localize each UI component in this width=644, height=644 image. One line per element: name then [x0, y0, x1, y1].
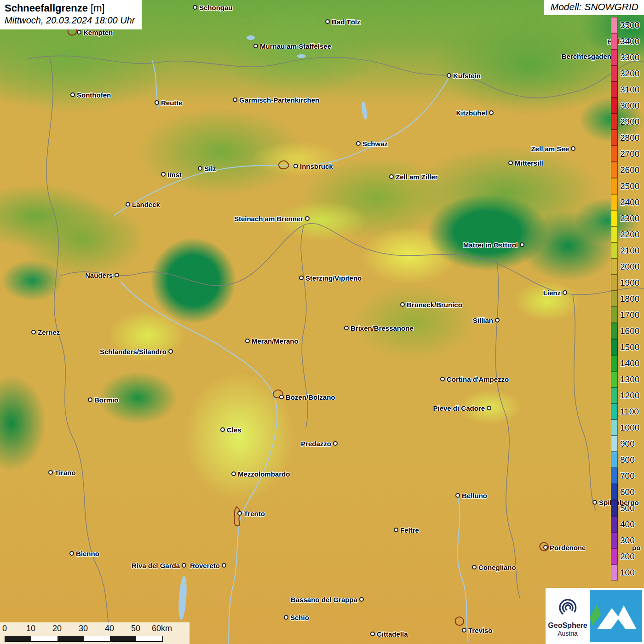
- colorbar-step: 1600: [611, 323, 639, 339]
- geosphere-logo-name: GeoSphere: [546, 621, 590, 630]
- colorbar: 3500340033003200310030002900280027002600…: [611, 17, 639, 581]
- colorbar-swatch: [611, 307, 618, 323]
- city-label: Bad Tölz: [332, 18, 361, 26]
- colorbar-step: 2500: [611, 178, 639, 194]
- colorbar-step: 1500: [611, 339, 639, 355]
- colorbar-step: 1900: [611, 275, 639, 291]
- city-dot: [370, 632, 375, 636]
- colorbar-tick-label: 2100: [620, 246, 639, 256]
- city-dot: [198, 166, 202, 171]
- city-dot: [222, 563, 226, 568]
- colorbar-tick-label: 1500: [620, 342, 639, 352]
- city-dot: [299, 276, 304, 280]
- city-label: Predazzo: [301, 440, 331, 448]
- snowline-map: SchongauBad TölzKemptenMurnau am Staffel…: [0, 0, 644, 644]
- city-label: Bassano del Grappa: [291, 596, 357, 604]
- city-dot: [77, 30, 81, 34]
- scale-bar-segment: [58, 636, 84, 641]
- colorbar-swatch: [611, 210, 618, 226]
- city-label: Bruneck/Brunico: [407, 301, 462, 309]
- map-datetime: Mittwoch, 20.03.2024 18:00 Uhr: [5, 15, 135, 26]
- colorbar-swatch: [611, 98, 618, 114]
- colorbar-tick-label: 2000: [620, 262, 639, 272]
- colorbar-swatch: [611, 178, 618, 194]
- scale-tick-label: 0: [2, 624, 7, 633]
- colorbar-step: 600: [611, 484, 639, 500]
- city-label: Sonthofen: [77, 91, 111, 99]
- city-dot: [245, 339, 250, 343]
- city-dot: [305, 216, 310, 221]
- city-dot: [592, 500, 597, 505]
- colorbar-tick-label: 1900: [620, 278, 639, 288]
- colorbar-step: 500: [611, 500, 639, 516]
- city-label: Feltre: [400, 526, 419, 534]
- colorbar-swatch: [611, 194, 618, 210]
- colorbar-swatch: [611, 226, 618, 242]
- scale-bar: 0102030405060km: [0, 622, 190, 644]
- colorbar-tick-label: 2500: [620, 181, 639, 191]
- colorbar-swatch: [611, 452, 618, 468]
- city-dot: [400, 302, 405, 307]
- city-label: Landeck: [132, 201, 160, 208]
- city-dot: [394, 528, 398, 532]
- colorbar-swatch: [611, 275, 618, 291]
- scale-tick-label: 40: [105, 624, 114, 633]
- city-dot: [161, 172, 166, 177]
- colorbar-step: 1800: [611, 291, 639, 307]
- city-label: Rovereto: [190, 562, 220, 569]
- colorbar-tick-label: 2200: [620, 230, 639, 240]
- colorbar-tick-label: 1400: [620, 358, 639, 368]
- city-dot: [563, 290, 567, 295]
- city-dot: [495, 318, 500, 322]
- city-dot: [472, 565, 477, 569]
- scale-tick-label: 10: [26, 624, 35, 633]
- colorbar-tick-label: 3500: [620, 20, 639, 30]
- colorbar-tick-label: 3000: [620, 101, 639, 111]
- scale-tick-label: 20: [52, 624, 62, 633]
- colorbar-swatch: [611, 17, 618, 33]
- colorbar-swatch: [611, 146, 618, 162]
- scale-bar-segment: [31, 636, 58, 641]
- colorbar-step: 800: [611, 452, 639, 468]
- geosphere-logo-country: Austria: [546, 630, 590, 637]
- colorbar-step: 2200: [611, 226, 639, 242]
- scale-bar-segment: [136, 636, 162, 641]
- colorbar-swatch: [611, 468, 618, 484]
- colorbar-step: 3000: [611, 98, 639, 114]
- colorbar-step: 3300: [611, 49, 639, 65]
- city-label: Zell am Ziller: [396, 173, 438, 181]
- colorbar-step: 900: [611, 436, 639, 452]
- geosphere-swirl-icon: [556, 595, 580, 619]
- city-dot: [389, 174, 394, 179]
- city-label: Tirano: [55, 469, 76, 477]
- city-dot: [31, 330, 36, 334]
- city-dot: [489, 110, 494, 115]
- city-label: Cittadella: [377, 630, 408, 638]
- city-dot: [182, 563, 186, 568]
- colorbar-tick-label: 1600: [620, 326, 639, 336]
- city-dot: [126, 202, 130, 207]
- colorbar-swatch: [611, 291, 618, 307]
- colorbar-step: 200: [611, 548, 639, 564]
- geosphere-logo: GeoSphere Austria: [546, 595, 590, 637]
- colorbar-tick-label: 700: [620, 471, 635, 481]
- city-label: Steinach am Brenner: [234, 215, 303, 223]
- colorbar-tick-label: 2400: [620, 197, 639, 207]
- city-label: Sterzing/Vipiteno: [305, 274, 362, 282]
- city-label: Cles: [227, 426, 242, 434]
- colorbar-step: 2700: [611, 146, 639, 162]
- city-label: Meran/Merano: [252, 337, 299, 345]
- scale-segments: [5, 636, 163, 642]
- city-dot: [440, 377, 445, 381]
- colorbar-swatch: [611, 484, 618, 500]
- colorbar-swatch: [611, 323, 618, 339]
- city-label: Conegliano: [478, 564, 516, 571]
- city-dot: [70, 92, 75, 97]
- city-dot: [293, 164, 298, 168]
- city-dot: [344, 326, 349, 330]
- city-label: Pieve di Cadore: [433, 404, 485, 412]
- city-label: Kufstein: [453, 72, 481, 80]
- logo-strip: GeoSphere Austria: [546, 588, 644, 644]
- colorbar-tick-label: 1000: [620, 423, 639, 433]
- colorbar-swatch: [611, 532, 618, 548]
